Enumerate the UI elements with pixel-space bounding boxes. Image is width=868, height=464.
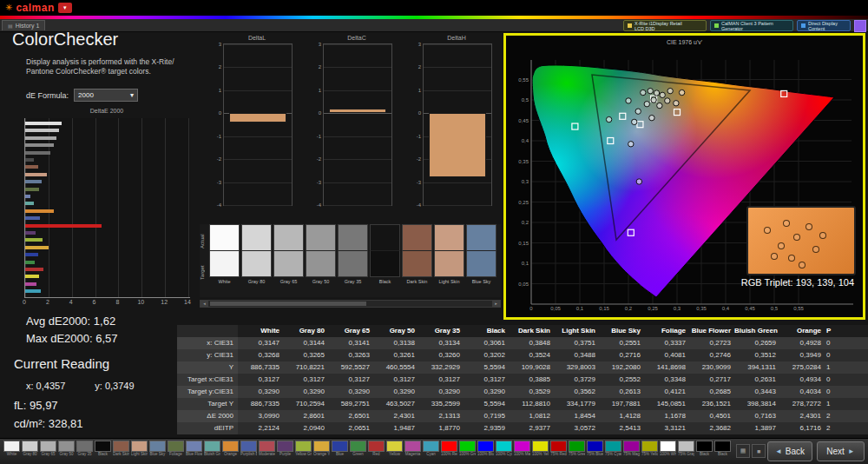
pattern-swatch-label: 75% Yellow: [641, 452, 658, 458]
table-cell: 3,3121: [644, 422, 689, 434]
swatch-gray-50[interactable]: Gray 50: [306, 224, 336, 284]
measurement-marker: [651, 97, 656, 103]
table-row[interactable]: Y886,7335710,8221592,5527460,5554332,292…: [177, 361, 868, 374]
table-cell: 394,1311: [734, 361, 779, 374]
pattern-options-button[interactable]: ▦: [736, 444, 750, 458]
pattern-swatch-75-blue[interactable]: 75% Blue: [587, 441, 603, 458]
pattern-swatch-yellow-green[interactable]: Yellow Green: [295, 441, 312, 458]
swatch-dark-skin[interactable]: Dark Skin: [402, 224, 432, 284]
pattern-swatch-black[interactable]: Black: [714, 441, 731, 458]
pattern-swatch-white[interactable]: White: [3, 441, 20, 458]
pattern-swatch-black[interactable]: Black: [95, 441, 111, 458]
pattern-swatch-label: 100% Red: [441, 452, 457, 458]
table-cell: 0,2631: [734, 374, 779, 386]
table-cell: 2,5413: [599, 422, 644, 434]
pattern-swatch-green[interactable]: Green: [350, 441, 366, 458]
pattern-swatch-orange-yellow[interactable]: Orange Yellow: [313, 441, 330, 458]
table-cell: 0,2659: [734, 337, 779, 349]
pattern-swatch-75-gray[interactable]: 75% Gray: [678, 441, 694, 458]
table-row[interactable]: dEITP2,21242,09402,06511,94871,87702,935…: [177, 422, 868, 434]
back-button[interactable]: ◄ Back: [767, 441, 812, 461]
table-row[interactable]: Target y:CIE310,32900,32900,32900,32900,…: [177, 386, 868, 398]
measurement-marker: [626, 98, 631, 103]
pattern-swatch-100-yellow[interactable]: 100% Yellow: [532, 441, 549, 458]
table-cell: 398,3814: [734, 398, 779, 410]
scroll-left-icon[interactable]: ◂: [201, 301, 208, 307]
pattern-swatch-cyan[interactable]: Cyan: [423, 441, 439, 458]
table-cell: 6,1716: [779, 422, 825, 434]
source-device-button[interactable]: Direct Display Content: [797, 20, 851, 31]
pattern-swatch-100-blue[interactable]: 100% Blue: [477, 441, 494, 458]
pattern-swatch-75-magenta[interactable]: 75% Magenta: [623, 441, 640, 458]
calman-logo-icon: ✳: [5, 3, 12, 12]
pattern-swatch-label: Moderate Red: [259, 452, 275, 458]
table-cell: 329,8003: [554, 361, 599, 374]
pattern-swatch-black[interactable]: Black: [696, 441, 713, 458]
scroll-right-icon[interactable]: ▸: [492, 301, 500, 307]
pattern-swatch-magenta[interactable]: Magenta: [404, 441, 421, 458]
pattern-swatch-yellow[interactable]: Yellow: [386, 441, 403, 458]
svg-text:0: 0: [529, 306, 533, 311]
pattern-swatch-foliage[interactable]: Foliage: [168, 441, 184, 458]
pattern-swatch-100-white[interactable]: 100% White: [660, 441, 676, 458]
pattern-swatch-gray-80[interactable]: Gray 80: [22, 441, 38, 458]
table-cell: 0,2613: [599, 386, 644, 398]
swatch-target-color: [434, 250, 464, 277]
table-cell: 0,3443: [734, 386, 779, 398]
pattern-swatch-moderate-red[interactable]: Moderate Red: [259, 441, 275, 458]
pattern-swatch-red[interactable]: Red: [368, 441, 385, 458]
pattern-swatch-100-cyan[interactable]: 100% Cyan: [496, 441, 512, 458]
swatch-label: Light Skin: [434, 279, 464, 284]
swatch-gray-35[interactable]: Gray 35: [338, 224, 368, 284]
swatch-blue-sky[interactable]: Blue Sky: [466, 224, 496, 284]
pattern-swatch-purple[interactable]: Purple: [277, 441, 293, 458]
pattern-swatch-100-green[interactable]: 100% Green: [459, 441, 476, 458]
delta-ytick-label: -3: [208, 180, 221, 185]
pattern-swatch-blue-flower[interactable]: Blue Flower: [186, 441, 202, 458]
swatch-light-skin[interactable]: Light Skin: [434, 224, 464, 284]
pattern-swatch-dark-skin[interactable]: Dark Skin: [113, 441, 129, 458]
swatch-label: Gray 35: [338, 279, 368, 284]
pattern-swatch-75-cyan[interactable]: 75% Cyan: [605, 441, 621, 458]
pattern-swatch-bluish-green[interactable]: Bluish Green: [204, 441, 220, 458]
de-bar: [25, 231, 36, 235]
table-row[interactable]: Target Y886,7335710,2594589,2751463,5027…: [177, 398, 868, 410]
pattern-swatch-purplish-blue[interactable]: Purplish Blue: [240, 441, 257, 458]
pattern-swatch-orange[interactable]: Orange: [222, 441, 239, 458]
pattern-swatch-blue[interactable]: Blue: [332, 441, 348, 458]
de-gridline: [165, 118, 166, 297]
table-cell: 0,3261: [373, 349, 418, 361]
table-cell: 2,3682: [689, 422, 734, 434]
next-button[interactable]: Next ►: [817, 441, 865, 461]
pattern-swatch-75-green[interactable]: 75% Green: [569, 441, 585, 458]
pattern-swatch-75-yellow[interactable]: 75% Yellow: [641, 441, 658, 458]
pattern-stop-button[interactable]: ■: [752, 444, 766, 458]
inset-sample-dot: [793, 234, 800, 241]
pattern-generator-button[interactable]: CalMAN Client 3 PatternGenerator: [710, 20, 793, 31]
workflow-color-chip[interactable]: [854, 20, 866, 32]
svg-text:0,5: 0,5: [771, 306, 779, 311]
table-row[interactable]: Target x:CIE310,31270,31270,31270,31270,…: [177, 374, 868, 386]
scrollbar-thumb[interactable]: [210, 302, 366, 306]
table-row[interactable]: ΔE 20003,09902,86012,65012,43012,13130,7…: [177, 410, 868, 422]
pattern-swatch-gray-35[interactable]: Gray 35: [76, 441, 93, 458]
pattern-swatch-light-skin[interactable]: Light Skin: [131, 441, 148, 458]
swatch-scrollbar[interactable]: ◂ ▸: [200, 300, 501, 308]
pattern-swatch-gray-50[interactable]: Gray 50: [58, 441, 75, 458]
pattern-swatch-75-red[interactable]: 75% Red: [550, 441, 567, 458]
pattern-swatch-100-red[interactable]: 100% Red: [441, 441, 457, 458]
table-row[interactable]: x: CIE310,31470,31440,31410,31380,31340,…: [177, 337, 868, 349]
pattern-swatch-100-magenta[interactable]: 100% Magenta: [514, 441, 530, 458]
table-cell: 0,4034: [779, 386, 825, 398]
pattern-swatch-blue-sky[interactable]: Blue Sky: [149, 441, 166, 458]
swatch-black[interactable]: Black: [370, 224, 400, 284]
table-row[interactable]: y: CIE310,32680,32650,32630,32610,32600,…: [177, 349, 868, 361]
logo-dropdown-button[interactable]: ▾: [58, 3, 72, 13]
swatch-white[interactable]: White: [209, 224, 240, 284]
measurement-marker: [606, 116, 611, 122]
meter-device-button[interactable]: X-Rite i1Display RetailLCD D3D: [623, 20, 707, 31]
swatch-gray-65[interactable]: Gray 65: [273, 224, 304, 284]
swatch-gray-80[interactable]: Gray 80: [241, 224, 272, 284]
de-formula-select[interactable]: 2000 ▾: [74, 89, 138, 102]
pattern-swatch-gray-65[interactable]: Gray 65: [40, 441, 56, 458]
